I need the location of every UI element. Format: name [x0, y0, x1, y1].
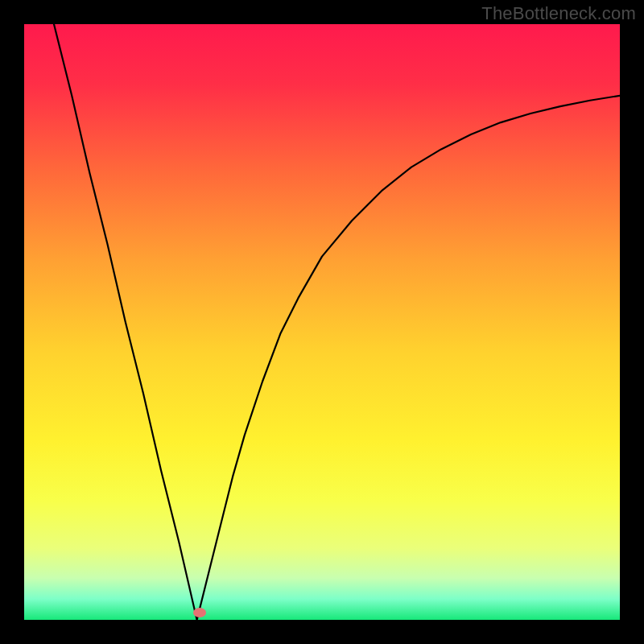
- plot-svg: [24, 24, 620, 620]
- plot-area: [24, 24, 620, 620]
- watermark-text: TheBottleneck.com: [481, 3, 636, 24]
- chart-frame: TheBottleneck.com: [0, 0, 644, 644]
- optimum-marker: [193, 608, 206, 617]
